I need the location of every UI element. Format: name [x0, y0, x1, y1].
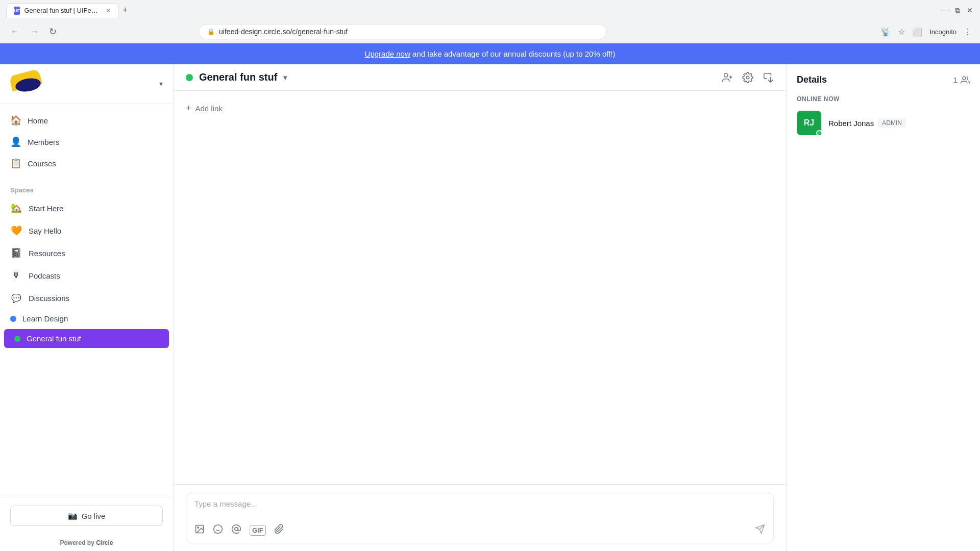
sidebar-header: ▾: [0, 64, 173, 104]
sidebar-nav: 🏠 Home 👤 Members 📋 Courses: [0, 104, 173, 180]
plus-icon: +: [186, 103, 191, 114]
sidebar-item-members[interactable]: 👤 Members: [0, 131, 173, 153]
menu-icon[interactable]: ⋮: [964, 27, 972, 37]
podcasts-icon: 🎙: [10, 269, 22, 282]
svg-point-10: [235, 528, 238, 531]
sidebar-logo: [10, 72, 51, 95]
browser-tabs: UF General fun stuf | UIFeed Design ✕ +: [6, 3, 937, 18]
general-fun-stuf-label: General fun stuf: [27, 334, 81, 343]
svg-point-13: [963, 77, 966, 80]
camera-icon: 📷: [68, 511, 78, 520]
svg-point-0: [724, 73, 728, 77]
details-panel: Details 1 ONLINE NOW RJ Robert Jonas ADM…: [786, 64, 980, 551]
maximize-btn[interactable]: ⧉: [953, 6, 962, 14]
members-icon: 👤: [10, 136, 21, 147]
active-tab[interactable]: UF General fun stuf | UIFeed Design ✕: [6, 3, 118, 18]
close-btn[interactable]: ✕: [966, 6, 974, 14]
content-header: General fun stuf ▾: [174, 64, 786, 91]
learn-design-dot: [10, 316, 16, 322]
message-input[interactable]: [194, 499, 765, 517]
share-button[interactable]: [763, 72, 774, 83]
mention-button[interactable]: [231, 524, 241, 537]
channel-chevron-icon[interactable]: ▾: [283, 73, 287, 82]
tab-close-btn[interactable]: ✕: [106, 7, 111, 14]
sidebar-footer: 📷 Go live: [0, 497, 173, 534]
add-link-button[interactable]: + Add link: [186, 101, 774, 116]
back-btn[interactable]: ←: [8, 24, 21, 39]
device-icon[interactable]: ⬜: [912, 27, 922, 37]
banner-text: and take advantage of our annual discoun…: [410, 49, 616, 58]
member-avatar: RJ: [797, 111, 821, 135]
content-body: + Add link: [174, 91, 786, 484]
browser-titlebar: UF General fun stuf | UIFeed Design ✕ + …: [0, 0, 980, 20]
member-name-row: Robert Jonas ADMIN: [828, 118, 906, 128]
svg-point-3: [746, 76, 749, 79]
general-fun-stuf-dot: [14, 336, 20, 342]
member-item: RJ Robert Jonas ADMIN: [797, 111, 970, 135]
home-icon: 🏠: [10, 115, 21, 126]
space-item-learn-design[interactable]: Learn Design: [0, 309, 173, 328]
message-input-box: GIF: [186, 493, 774, 543]
new-tab-button[interactable]: +: [118, 3, 132, 18]
spaces-section-label: Spaces: [0, 180, 173, 197]
image-upload-button[interactable]: [194, 524, 205, 537]
reload-btn[interactable]: ↻: [47, 24, 59, 39]
space-item-resources[interactable]: 📓 Resources: [0, 242, 173, 264]
app-wrapper: Upgrade now and take advantage of our an…: [0, 43, 980, 551]
header-actions: [722, 72, 774, 83]
space-item-start-here[interactable]: 🏡 Start Here: [0, 197, 173, 219]
cast-icon[interactable]: 📡: [880, 27, 891, 37]
go-live-button[interactable]: 📷 Go live: [10, 506, 163, 526]
space-item-general-fun-stuf[interactable]: General fun stuf: [4, 329, 169, 348]
forward-btn[interactable]: →: [28, 24, 41, 39]
channel-title: General fun stuf ▾: [186, 71, 287, 83]
logo-shape: [10, 72, 51, 95]
resources-icon: 📓: [10, 247, 22, 259]
member-badge: ADMIN: [878, 118, 906, 128]
say-hello-label: Say Hello: [29, 227, 61, 235]
go-live-label: Go live: [82, 512, 106, 520]
browser-addressbar: ← → ↻ 🔒 uifeed-design.circle.so/c/genera…: [0, 20, 980, 43]
discussions-icon: 💬: [10, 292, 22, 304]
upgrade-link[interactable]: Upgrade now: [365, 49, 410, 58]
sidebar-item-home[interactable]: 🏠 Home: [0, 110, 173, 131]
members-label: Members: [28, 138, 60, 146]
settings-button[interactable]: [742, 72, 753, 83]
address-bar[interactable]: 🔒 uifeed-design.circle.so/c/general-fun-…: [199, 24, 607, 39]
tab-favicon: UF: [14, 7, 20, 15]
space-item-say-hello[interactable]: 🧡 Say Hello: [0, 219, 173, 242]
online-indicator: [816, 130, 822, 136]
start-here-icon: 🏡: [10, 202, 22, 214]
main-content: General fun stuf ▾ +: [174, 64, 786, 551]
channel-name: General fun stuf: [199, 71, 277, 83]
attachment-button[interactable]: [274, 524, 284, 537]
message-toolbar: GIF: [194, 519, 765, 537]
browser-chrome: UF General fun stuf | UIFeed Design ✕ + …: [0, 0, 980, 43]
lock-icon: 🔒: [207, 28, 215, 35]
space-item-discussions[interactable]: 💬 Discussions: [0, 287, 173, 309]
sidebar-item-courses[interactable]: 📋 Courses: [0, 153, 173, 174]
courses-label: Courses: [28, 159, 56, 168]
powered-by: Powered by Circle: [0, 534, 173, 551]
sidebar-chevron-icon[interactable]: ▾: [159, 80, 163, 88]
gif-button[interactable]: GIF: [250, 525, 266, 536]
powered-by-brand: Circle: [96, 539, 113, 546]
details-title: Details: [797, 74, 827, 85]
svg-point-6: [198, 527, 199, 529]
send-button[interactable]: [755, 524, 765, 537]
discussions-label: Discussions: [29, 294, 69, 303]
minimize-btn[interactable]: —: [941, 6, 949, 14]
bookmark-icon[interactable]: ☆: [898, 27, 905, 37]
member-info: Robert Jonas ADMIN: [828, 118, 906, 128]
space-item-podcasts[interactable]: 🎙 Podcasts: [0, 264, 173, 287]
browser-toolbar-right: 📡 ☆ ⬜ Incognito ⋮: [880, 27, 972, 37]
emoji-button[interactable]: [213, 524, 223, 537]
details-header: Details 1: [797, 74, 970, 85]
add-member-button[interactable]: [722, 72, 733, 83]
channel-status-dot: [186, 74, 193, 81]
tab-title: General fun stuf | UIFeed Design: [24, 7, 100, 14]
address-text: uifeed-design.circle.so/c/general-fun-st…: [219, 28, 348, 36]
say-hello-icon: 🧡: [10, 224, 22, 237]
podcasts-label: Podcasts: [29, 271, 60, 280]
member-initials: RJ: [804, 118, 814, 128]
